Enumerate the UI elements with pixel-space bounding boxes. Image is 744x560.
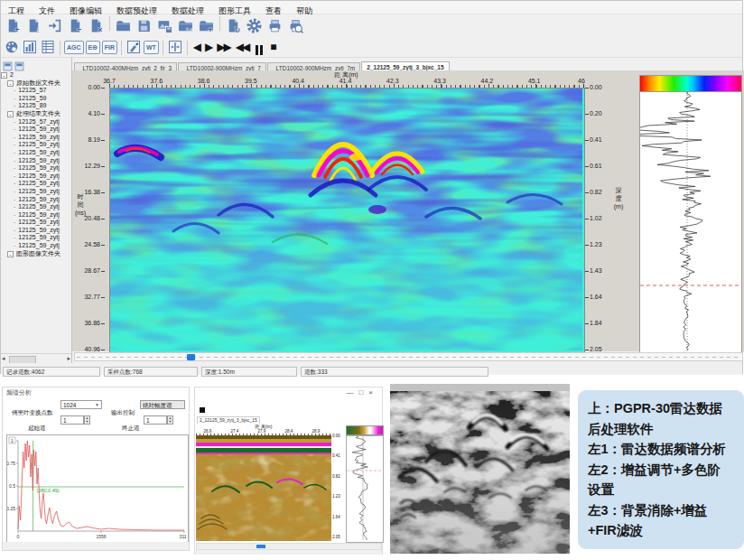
tree-file-item[interactable]: - 12125_59_zytj <box>1 126 71 134</box>
tree-file-item[interactable]: - 12125_59_zytj <box>1 157 71 165</box>
tree-file-item[interactable]: - 12125_59_zytj <box>1 141 71 149</box>
new-file-icon[interactable]: + <box>3 14 23 36</box>
tree-file-item[interactable]: - 12125_59 <box>1 95 71 103</box>
tree-file-item[interactable]: - 12125_59_zytj <box>1 188 71 196</box>
window-controls[interactable]: —□× <box>346 388 378 397</box>
wavelet-button[interactable]: WT <box>144 41 159 54</box>
fast-forward-icon[interactable]: ▶▶ <box>217 38 229 56</box>
status-field: 道数:333 <box>301 367 488 377</box>
tree-root[interactable]: - 2 <box>1 71 71 79</box>
table-icon[interactable] <box>39 38 57 56</box>
scroll-right-arrow-icon[interactable]: ▸ <box>67 354 70 363</box>
fir-filter-button[interactable]: FIR <box>102 41 117 54</box>
toolbar-separator <box>121 41 122 55</box>
mini-scroll-thumb[interactable] <box>256 545 265 548</box>
save-image-icon[interactable] <box>154 14 175 36</box>
expander-icon[interactable]: - <box>7 80 14 87</box>
tree-file-item[interactable]: - 12125_59_zytj <box>1 242 71 250</box>
grayscale-radar-image[interactable] <box>390 384 570 554</box>
cut-folder-icon[interactable]: ✂ <box>175 14 196 36</box>
output-control-select[interactable]: 绝对幅度谱 <box>140 400 185 409</box>
rewind-icon[interactable]: ◀◀ <box>236 38 248 56</box>
spectrum-chart: 10.750.50.25015563112频率 MHz(280,0.49)1 <box>6 434 189 543</box>
refresh-doc-icon[interactable]: ↻ <box>223 14 244 36</box>
open-folder-icon[interactable] <box>113 14 134 36</box>
palette-icon[interactable] <box>3 38 21 56</box>
right-tick-label: 1.43 <box>585 267 609 274</box>
left-tick-label: 32.77 <box>74 294 105 300</box>
start-trace-input[interactable]: 1 <box>60 415 84 425</box>
tree-file-item[interactable]: - 12125_59_zytj <box>1 219 71 227</box>
save-icon[interactable] <box>134 14 154 36</box>
tree-dash-icon: - <box>14 188 15 194</box>
tree-file-item[interactable]: - 12125_59_zytj <box>1 227 71 235</box>
tree-item-label: 12125_59_zytj <box>16 219 59 225</box>
print-icon[interactable] <box>265 14 285 36</box>
close-icon[interactable]: × <box>368 388 378 397</box>
minimize-icon[interactable]: — <box>346 388 358 397</box>
tree-file-item[interactable]: - 12125_59_zytj <box>1 134 71 142</box>
delete-file-icon[interactable]: × <box>86 14 107 36</box>
tree-dash-icon: - <box>14 157 15 163</box>
expander-icon[interactable]: - <box>1 72 7 79</box>
play-icon[interactable]: ▶ <box>205 38 211 56</box>
tree-file-item[interactable]: - 12125_59_zytj <box>1 211 71 219</box>
tree-file-item[interactable]: - 12125_89 <box>1 102 71 110</box>
agc-button[interactable]: AGC <box>64 41 84 54</box>
tree-item-label: 12125_59_zytj <box>16 173 59 179</box>
histogram-icon[interactable] <box>21 38 39 56</box>
paste-file-icon[interactable]: ↓ <box>23 14 44 36</box>
tree-folder-item[interactable]: - 图形图像文件夹 <box>1 250 71 258</box>
scroll-left-arrow-icon[interactable]: ◂ <box>2 354 5 363</box>
gain-colorscale-window: —□× 2_12125_59_zytj_3_bjxc_15 距 离(m) 26.… <box>194 387 383 555</box>
tree-item-label: 12125_59_zytj <box>16 196 59 202</box>
tree-file-item[interactable]: - 12125_59_zytj <box>1 203 71 211</box>
settings-gear-icon[interactable] <box>244 14 265 36</box>
mini-scrollbar[interactable] <box>196 543 382 550</box>
tree-file-item[interactable]: - 12125_57_zytj <box>1 118 71 126</box>
tree-file-item[interactable]: - 12125_59_zytj <box>1 173 71 181</box>
equalizer-button[interactable]: EΘ <box>86 41 100 54</box>
main-scroll-thumb[interactable] <box>187 354 195 360</box>
radar-bscan-image[interactable] <box>109 88 585 353</box>
start-trace-stepper[interactable]: ▲▼ <box>84 415 90 425</box>
end-trace-stepper[interactable]: ▲▼ <box>167 415 173 425</box>
end-trace-input[interactable]: 1 <box>144 415 167 425</box>
x-tick-label: 46 <box>570 78 593 84</box>
play-back-icon[interactable]: ◀ <box>193 38 200 56</box>
tree-pin-icon[interactable] <box>14 59 26 74</box>
tree-file-item[interactable]: - 12125_59_zytj <box>1 164 71 173</box>
fft-points-select[interactable]: 1024▼ <box>60 400 102 409</box>
x-tick-label: 38.6 <box>192 78 216 84</box>
tree-file-item[interactable]: - 12125_59_zytj <box>1 234 71 242</box>
mini-color-scale-bar <box>346 425 384 435</box>
stop-icon[interactable] <box>200 407 205 413</box>
toolbar-separator <box>109 16 110 31</box>
tree-file-item[interactable]: - 12125_59_zytj <box>1 180 71 188</box>
splitter-icon[interactable] <box>166 38 184 56</box>
main-horizontal-scrollbar[interactable] <box>74 352 743 361</box>
tree-file-item[interactable]: - 12125_57 <box>1 87 71 95</box>
tree-file-item[interactable]: - 12125_59_zytj <box>1 196 71 204</box>
mini-document-tab[interactable]: 2_12125_59_zytj_3_bjxc_15 <box>197 416 260 424</box>
svg-text:↓: ↓ <box>36 24 40 33</box>
print-preview-icon[interactable] <box>285 14 306 36</box>
toolbar-processing: AGCEΘFIRWT◀▶▶▶◀◀■ <box>1 38 742 58</box>
tree-file-item[interactable]: - 12125_59_zytj <box>1 149 71 157</box>
right-tick-label: 1.64 <box>585 294 609 300</box>
remove-file-icon[interactable]: − <box>65 14 86 36</box>
status-field: 记录道数:4062 <box>3 367 100 377</box>
pause-icon[interactable] <box>255 42 264 59</box>
maximize-icon[interactable]: □ <box>358 388 368 397</box>
end-trace-label: 终止道 <box>122 417 140 434</box>
expander-icon[interactable]: - <box>7 111 14 117</box>
mini-radar-image[interactable] <box>196 435 331 545</box>
brush-icon[interactable] <box>125 38 143 56</box>
tree-folder-item[interactable]: - 原始数据文件夹 <box>1 79 71 88</box>
add-folder-icon[interactable]: + <box>196 14 217 36</box>
spectrum-y-tick: 0.5 <box>9 483 15 489</box>
expander-icon[interactable]: - <box>7 251 14 257</box>
stop-icon[interactable]: ■ <box>270 38 274 56</box>
import-icon[interactable] <box>44 14 65 36</box>
tree-folder-item[interactable]: - 处理结果文件夹 <box>1 110 71 118</box>
